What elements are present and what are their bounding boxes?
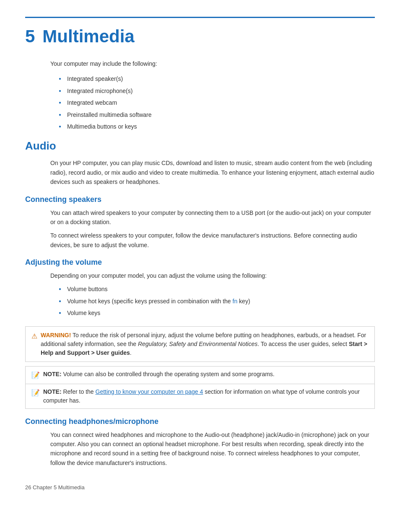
connecting-speakers-para1: You can attach wired speakers to your co… (50, 208, 375, 227)
connecting-speakers-para2: To connect wireless speakers to your com… (50, 231, 375, 250)
connecting-headphones-heading: Connecting headphones/microphone (25, 417, 375, 426)
page-footer: 26 Chapter 5 Multimedia (25, 484, 375, 491)
top-border (25, 17, 375, 18)
warning-text: WARNING! To reduce the risk of personal … (41, 331, 369, 357)
note-icon-2: 📝 (31, 388, 40, 398)
bullet-item: Integrated speaker(s) (59, 74, 375, 83)
connecting-headphones-body: You can connect wired headphones and mic… (50, 430, 375, 468)
warning-box: ⚠ WARNING! To reduce the risk of persona… (25, 326, 375, 362)
bullet-item: Integrated microphone(s) (59, 86, 375, 96)
note-1-text: NOTE: Volume can also be controlled thro… (43, 370, 275, 379)
connecting-speakers-heading: Connecting speakers (25, 195, 375, 204)
chapter-title: Multimedia (42, 26, 134, 46)
adjusting-volume-intro: Depending on your computer model, you ca… (50, 271, 375, 280)
note-2-link[interactable]: Getting to know your computer on page 4 (96, 388, 203, 395)
chapter-heading: 5 Multimedia (25, 26, 375, 46)
note-2-text: NOTE: Refer to the Getting to know your … (43, 387, 369, 405)
volume-bullets: Volume buttons Volume hot keys (specific… (59, 284, 375, 318)
volume-bullet-2: Volume hot keys (specific keys pressed i… (59, 297, 375, 306)
warning-icon: ⚠ (31, 331, 37, 341)
bullet-item: Preinstalled multimedia software (59, 110, 375, 119)
note-row-2: 📝 NOTE: Refer to the Getting to know you… (26, 384, 374, 408)
warning-body: To reduce the risk of personal injury, a… (41, 332, 367, 356)
adjusting-volume-heading: Adjusting the volume (25, 258, 375, 267)
fn-key: fn (233, 298, 238, 305)
note-icon-1: 📝 (31, 370, 40, 380)
chapter-number: 5 (25, 26, 35, 46)
volume-bullet-1: Volume buttons (59, 284, 375, 294)
volume-bullet-3: Volume keys (59, 308, 375, 318)
warning-label: WARNING! (41, 332, 71, 338)
audio-body: On your HP computer, you can play music … (50, 158, 375, 186)
notes-wrapper: 📝 NOTE: Volume can also be controlled th… (25, 366, 375, 409)
bullet-item: Integrated webcam (59, 98, 375, 107)
intro-text: Your computer may include the following: (50, 59, 375, 68)
audio-heading: Audio (25, 139, 375, 152)
intro-bullets: Integrated speaker(s) Integrated microph… (59, 74, 375, 131)
note-2-label: NOTE: (43, 388, 62, 395)
note-row-1: 📝 NOTE: Volume can also be controlled th… (26, 367, 374, 384)
note-1-label: NOTE: (43, 371, 62, 377)
bullet-item: Multimedia buttons or keys (59, 122, 375, 131)
